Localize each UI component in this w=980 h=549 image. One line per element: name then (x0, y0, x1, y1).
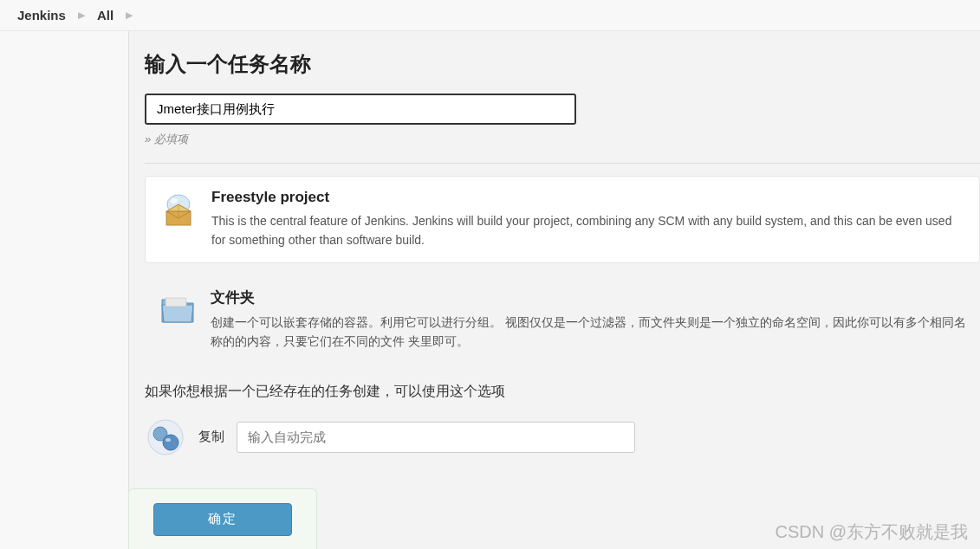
freestyle-title: Freestyle project (211, 189, 967, 206)
folder-desc: 创建一个可以嵌套存储的容器。利用它可以进行分组。 视图仅仅是一个过滤器，而文件夹… (211, 313, 968, 352)
page-title: 输入一个任务名称 (145, 50, 980, 78)
folder-title: 文件夹 (211, 287, 968, 307)
svg-point-1 (171, 198, 178, 203)
required-note: » 必填项 (145, 132, 980, 147)
svg-point-7 (165, 438, 171, 442)
item-name-input[interactable] (145, 94, 576, 125)
ok-button[interactable]: 确定 (153, 503, 292, 536)
copy-section: 如果你想根据一个已经存在的任务创建，可以使用这个选项 复制 (145, 383, 980, 458)
footer-panel: 确定 (128, 488, 317, 549)
copy-row: 复制 (145, 417, 980, 458)
copy-from-input[interactable] (237, 422, 635, 453)
copy-icon (145, 417, 186, 458)
breadcrumb-view[interactable]: All (97, 8, 114, 23)
chevron-right-icon: ▶ (126, 10, 133, 21)
folder-icon (157, 287, 198, 329)
freestyle-icon (158, 189, 199, 230)
copy-intro: 如果你想根据一个已经存在的任务创建，可以使用这个选项 (145, 383, 980, 401)
freestyle-content: Freestyle project This is the central fe… (211, 189, 967, 250)
main-content: 输入一个任务名称 » 必填项 Freestyle project This is… (128, 31, 980, 549)
freestyle-desc: This is the central feature of Jenkins. … (211, 211, 967, 250)
divider (145, 163, 980, 164)
svg-point-6 (163, 435, 178, 450)
folder-content: 文件夹 创建一个可以嵌套存储的容器。利用它可以进行分组。 视图仅仅是一个过滤器，… (211, 287, 968, 352)
project-type-folder[interactable]: 文件夹 创建一个可以嵌套存储的容器。利用它可以进行分组。 视图仅仅是一个过滤器，… (145, 275, 980, 352)
copy-label: 复制 (198, 429, 224, 445)
svg-rect-3 (165, 298, 186, 307)
chevron-right-icon: ▶ (78, 10, 85, 21)
project-type-freestyle[interactable]: Freestyle project This is the central fe… (145, 176, 980, 263)
breadcrumb-root[interactable]: Jenkins (17, 8, 66, 23)
breadcrumb: Jenkins ▶ All ▶ (0, 0, 980, 31)
